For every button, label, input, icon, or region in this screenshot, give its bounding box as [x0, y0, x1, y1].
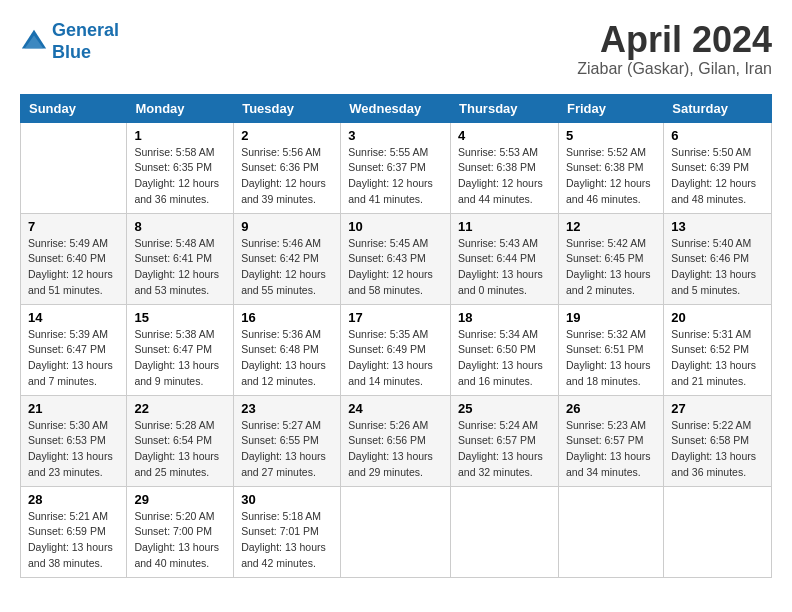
calendar-table: SundayMondayTuesdayWednesdayThursdayFrid…	[20, 94, 772, 578]
day-cell: 25Sunrise: 5:24 AMSunset: 6:57 PMDayligh…	[451, 395, 559, 486]
day-cell: 14Sunrise: 5:39 AMSunset: 6:47 PMDayligh…	[21, 304, 127, 395]
day-cell: 17Sunrise: 5:35 AMSunset: 6:49 PMDayligh…	[341, 304, 451, 395]
logo-icon	[20, 28, 48, 56]
column-header-friday: Friday	[558, 94, 663, 122]
subtitle: Ziabar (Gaskar), Gilan, Iran	[577, 60, 772, 78]
day-info: Sunrise: 5:27 AMSunset: 6:55 PMDaylight:…	[241, 418, 333, 481]
day-number: 21	[28, 401, 119, 416]
logo-line2: Blue	[52, 42, 91, 62]
day-info: Sunrise: 5:32 AMSunset: 6:51 PMDaylight:…	[566, 327, 656, 390]
day-cell: 21Sunrise: 5:30 AMSunset: 6:53 PMDayligh…	[21, 395, 127, 486]
logo-text: General Blue	[52, 20, 119, 63]
column-header-sunday: Sunday	[21, 94, 127, 122]
day-number: 5	[566, 128, 656, 143]
day-number: 13	[671, 219, 764, 234]
day-cell: 13Sunrise: 5:40 AMSunset: 6:46 PMDayligh…	[664, 213, 772, 304]
day-cell: 24Sunrise: 5:26 AMSunset: 6:56 PMDayligh…	[341, 395, 451, 486]
day-number: 11	[458, 219, 551, 234]
column-header-thursday: Thursday	[451, 94, 559, 122]
week-row-4: 21Sunrise: 5:30 AMSunset: 6:53 PMDayligh…	[21, 395, 772, 486]
day-info: Sunrise: 5:31 AMSunset: 6:52 PMDaylight:…	[671, 327, 764, 390]
day-cell: 30Sunrise: 5:18 AMSunset: 7:01 PMDayligh…	[234, 486, 341, 577]
day-number: 15	[134, 310, 226, 325]
day-cell	[341, 486, 451, 577]
day-number: 18	[458, 310, 551, 325]
day-cell: 23Sunrise: 5:27 AMSunset: 6:55 PMDayligh…	[234, 395, 341, 486]
day-info: Sunrise: 5:55 AMSunset: 6:37 PMDaylight:…	[348, 145, 443, 208]
day-number: 29	[134, 492, 226, 507]
day-cell: 22Sunrise: 5:28 AMSunset: 6:54 PMDayligh…	[127, 395, 234, 486]
day-cell: 28Sunrise: 5:21 AMSunset: 6:59 PMDayligh…	[21, 486, 127, 577]
day-info: Sunrise: 5:42 AMSunset: 6:45 PMDaylight:…	[566, 236, 656, 299]
day-number: 10	[348, 219, 443, 234]
day-number: 19	[566, 310, 656, 325]
day-cell: 9Sunrise: 5:46 AMSunset: 6:42 PMDaylight…	[234, 213, 341, 304]
day-cell: 7Sunrise: 5:49 AMSunset: 6:40 PMDaylight…	[21, 213, 127, 304]
day-cell: 2Sunrise: 5:56 AMSunset: 6:36 PMDaylight…	[234, 122, 341, 213]
title-block: April 2024 Ziabar (Gaskar), Gilan, Iran	[577, 20, 772, 78]
day-info: Sunrise: 5:30 AMSunset: 6:53 PMDaylight:…	[28, 418, 119, 481]
day-cell: 20Sunrise: 5:31 AMSunset: 6:52 PMDayligh…	[664, 304, 772, 395]
day-info: Sunrise: 5:49 AMSunset: 6:40 PMDaylight:…	[28, 236, 119, 299]
day-cell: 19Sunrise: 5:32 AMSunset: 6:51 PMDayligh…	[558, 304, 663, 395]
day-number: 8	[134, 219, 226, 234]
day-cell: 26Sunrise: 5:23 AMSunset: 6:57 PMDayligh…	[558, 395, 663, 486]
day-cell: 8Sunrise: 5:48 AMSunset: 6:41 PMDaylight…	[127, 213, 234, 304]
day-info: Sunrise: 5:38 AMSunset: 6:47 PMDaylight:…	[134, 327, 226, 390]
week-row-3: 14Sunrise: 5:39 AMSunset: 6:47 PMDayligh…	[21, 304, 772, 395]
day-number: 4	[458, 128, 551, 143]
day-number: 14	[28, 310, 119, 325]
logo-line1: General	[52, 20, 119, 40]
day-number: 1	[134, 128, 226, 143]
day-info: Sunrise: 5:46 AMSunset: 6:42 PMDaylight:…	[241, 236, 333, 299]
day-info: Sunrise: 5:58 AMSunset: 6:35 PMDaylight:…	[134, 145, 226, 208]
column-header-monday: Monday	[127, 94, 234, 122]
day-cell: 11Sunrise: 5:43 AMSunset: 6:44 PMDayligh…	[451, 213, 559, 304]
day-cell: 12Sunrise: 5:42 AMSunset: 6:45 PMDayligh…	[558, 213, 663, 304]
day-info: Sunrise: 5:43 AMSunset: 6:44 PMDaylight:…	[458, 236, 551, 299]
day-cell: 4Sunrise: 5:53 AMSunset: 6:38 PMDaylight…	[451, 122, 559, 213]
day-number: 2	[241, 128, 333, 143]
day-number: 17	[348, 310, 443, 325]
day-number: 6	[671, 128, 764, 143]
day-cell	[21, 122, 127, 213]
day-info: Sunrise: 5:52 AMSunset: 6:38 PMDaylight:…	[566, 145, 656, 208]
day-info: Sunrise: 5:23 AMSunset: 6:57 PMDaylight:…	[566, 418, 656, 481]
day-number: 22	[134, 401, 226, 416]
day-cell: 18Sunrise: 5:34 AMSunset: 6:50 PMDayligh…	[451, 304, 559, 395]
week-row-5: 28Sunrise: 5:21 AMSunset: 6:59 PMDayligh…	[21, 486, 772, 577]
week-row-1: 1Sunrise: 5:58 AMSunset: 6:35 PMDaylight…	[21, 122, 772, 213]
day-cell: 29Sunrise: 5:20 AMSunset: 7:00 PMDayligh…	[127, 486, 234, 577]
day-number: 9	[241, 219, 333, 234]
day-number: 26	[566, 401, 656, 416]
day-number: 30	[241, 492, 333, 507]
day-cell: 5Sunrise: 5:52 AMSunset: 6:38 PMDaylight…	[558, 122, 663, 213]
day-cell: 6Sunrise: 5:50 AMSunset: 6:39 PMDaylight…	[664, 122, 772, 213]
day-info: Sunrise: 5:53 AMSunset: 6:38 PMDaylight:…	[458, 145, 551, 208]
day-cell: 1Sunrise: 5:58 AMSunset: 6:35 PMDaylight…	[127, 122, 234, 213]
day-number: 3	[348, 128, 443, 143]
day-info: Sunrise: 5:39 AMSunset: 6:47 PMDaylight:…	[28, 327, 119, 390]
day-info: Sunrise: 5:28 AMSunset: 6:54 PMDaylight:…	[134, 418, 226, 481]
day-cell: 27Sunrise: 5:22 AMSunset: 6:58 PMDayligh…	[664, 395, 772, 486]
day-info: Sunrise: 5:20 AMSunset: 7:00 PMDaylight:…	[134, 509, 226, 572]
day-info: Sunrise: 5:36 AMSunset: 6:48 PMDaylight:…	[241, 327, 333, 390]
day-number: 7	[28, 219, 119, 234]
day-info: Sunrise: 5:48 AMSunset: 6:41 PMDaylight:…	[134, 236, 226, 299]
day-info: Sunrise: 5:34 AMSunset: 6:50 PMDaylight:…	[458, 327, 551, 390]
page-header: General Blue April 2024 Ziabar (Gaskar),…	[20, 20, 772, 78]
week-row-2: 7Sunrise: 5:49 AMSunset: 6:40 PMDaylight…	[21, 213, 772, 304]
day-number: 23	[241, 401, 333, 416]
day-number: 25	[458, 401, 551, 416]
column-header-wednesday: Wednesday	[341, 94, 451, 122]
day-number: 12	[566, 219, 656, 234]
logo: General Blue	[20, 20, 119, 63]
day-cell	[558, 486, 663, 577]
day-number: 24	[348, 401, 443, 416]
day-cell: 15Sunrise: 5:38 AMSunset: 6:47 PMDayligh…	[127, 304, 234, 395]
day-number: 20	[671, 310, 764, 325]
day-cell: 3Sunrise: 5:55 AMSunset: 6:37 PMDaylight…	[341, 122, 451, 213]
day-info: Sunrise: 5:50 AMSunset: 6:39 PMDaylight:…	[671, 145, 764, 208]
column-header-saturday: Saturday	[664, 94, 772, 122]
column-header-tuesday: Tuesday	[234, 94, 341, 122]
